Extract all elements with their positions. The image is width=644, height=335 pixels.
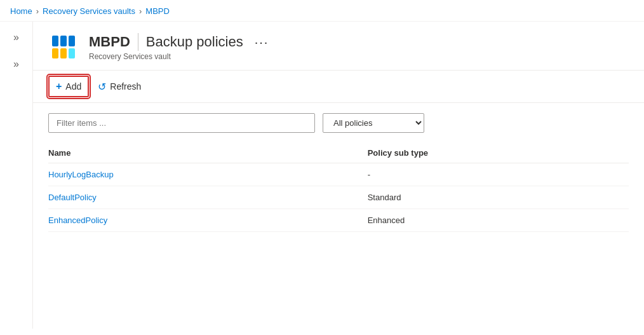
filter-row: All policies (48, 113, 629, 133)
refresh-label: Refresh (110, 81, 141, 92)
policy-name-cell: EnhancedPolicy (48, 209, 368, 232)
sidebar-collapse-bottom[interactable]: » (11, 56, 22, 72)
breadcrumb-home[interactable]: Home (10, 6, 32, 16)
breadcrumb-current: MBPD (145, 6, 170, 16)
icon-cell-5 (60, 48, 67, 59)
col-name-header: Name (48, 143, 368, 163)
refresh-icon: ↺ (98, 81, 106, 93)
vault-name: MBPD (89, 34, 130, 50)
icon-cell-1 (52, 36, 58, 46)
icon-cell-6 (69, 48, 75, 59)
table-row: HourlyLogBackup- (48, 163, 629, 186)
header-main-title: MBPD Backup policies ··· (89, 33, 272, 51)
vault-icon (48, 32, 79, 62)
filter-input[interactable] (48, 113, 315, 133)
add-button[interactable]: + Add (48, 76, 89, 97)
sidebar-collapse-top[interactable]: » (11, 29, 22, 46)
list-area: All policies Name Policy sub type Hourly… (33, 103, 644, 329)
table-row: DefaultPolicyStandard (48, 186, 629, 209)
breadcrumb-sep-1: › (36, 6, 39, 16)
main-layout: » » MBPD Backup policies ··· (0, 22, 644, 329)
add-label: Add (65, 81, 81, 92)
policy-subtype-cell: Enhanced (368, 209, 629, 232)
table-body: HourlyLogBackup-DefaultPolicyStandardEnh… (48, 163, 629, 232)
breadcrumb-sep-2: › (139, 6, 142, 16)
policy-type-dropdown[interactable]: All policies (323, 113, 424, 133)
policy-name-link-0[interactable]: HourlyLogBackup (48, 170, 114, 179)
icon-cell-4 (52, 48, 58, 59)
page-header: MBPD Backup policies ··· Recovery Servic… (33, 22, 644, 71)
content-area: MBPD Backup policies ··· Recovery Servic… (33, 22, 644, 329)
policy-name-link-1[interactable]: DefaultPolicy (48, 193, 97, 202)
plus-icon: + (56, 81, 62, 92)
policy-subtype-cell: Standard (368, 186, 629, 209)
breadcrumb: Home › Recovery Services vaults › MBPD (0, 0, 644, 22)
vault-subtitle: Recovery Services vault (89, 52, 272, 61)
table-header: Name Policy sub type (48, 143, 629, 163)
policy-name-cell: DefaultPolicy (48, 186, 368, 209)
toolbar: + Add ↺ Refresh (33, 71, 644, 103)
ellipsis-button[interactable]: ··· (251, 34, 273, 51)
icon-cell-3 (69, 36, 75, 46)
title-divider (138, 33, 138, 51)
sidebar: » » (0, 22, 33, 329)
policy-name-cell: HourlyLogBackup (48, 163, 368, 186)
refresh-button[interactable]: ↺ Refresh (91, 77, 147, 97)
policy-subtype-cell: - (368, 163, 629, 186)
col-subtype-header: Policy sub type (368, 143, 629, 163)
icon-cell-2 (60, 36, 67, 46)
page-title: Backup policies (146, 34, 243, 50)
breadcrumb-vaults[interactable]: Recovery Services vaults (43, 6, 135, 16)
table-header-row: Name Policy sub type (48, 143, 629, 163)
policy-table: Name Policy sub type HourlyLogBackup-Def… (48, 143, 629, 232)
header-title-block: MBPD Backup policies ··· Recovery Servic… (89, 33, 272, 61)
table-row: EnhancedPolicyEnhanced (48, 209, 629, 232)
policy-name-link-2[interactable]: EnhancedPolicy (48, 215, 107, 225)
